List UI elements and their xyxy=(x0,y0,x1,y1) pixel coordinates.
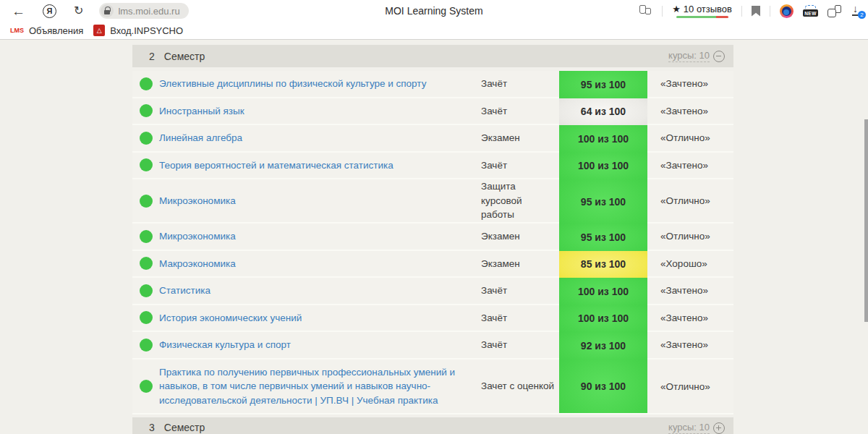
browser-toolbar: ← Я ↻ lms.moi.edu.ru MOI Learning System… xyxy=(0,0,868,22)
downloads-badge: 2 xyxy=(858,11,866,19)
table-row: Микроэкономика Экзамен 95 из 100 «Отличн… xyxy=(132,224,733,251)
score-box: 100 из 100 xyxy=(559,125,647,153)
control-type: Зачёт xyxy=(481,77,559,91)
status-dot xyxy=(140,195,153,208)
control-type: Экзамен xyxy=(481,257,559,271)
status-dot xyxy=(140,380,153,393)
control-type: Зачёт xyxy=(481,284,559,298)
grade-text: «Зачтено» xyxy=(647,106,733,116)
score-box: 100 из 100 xyxy=(559,153,647,180)
status-dot-cell xyxy=(132,195,159,208)
address-bar[interactable]: lms.moi.edu.ru xyxy=(99,3,188,19)
status-dot-cell xyxy=(132,158,159,171)
bookmarks-bar: LMS Объявления △ Вход.INPSYCHO xyxy=(0,22,868,40)
bookmark-item-announcements[interactable]: LMS Объявления xyxy=(10,25,83,36)
status-dot-cell xyxy=(132,284,159,297)
status-dot-cell xyxy=(132,257,159,270)
refresh-icon[interactable]: ↻ xyxy=(74,5,83,17)
course-link[interactable]: Теория вероятностей и математическая ста… xyxy=(159,153,481,179)
reviews-label: 10 отзывов xyxy=(684,4,732,14)
score-box: 90 из 100 xyxy=(559,359,647,414)
control-type: Защита курсовой работы xyxy=(481,179,559,222)
status-dot xyxy=(140,284,153,297)
table-row: Теория вероятностей и математическая ста… xyxy=(132,153,733,180)
bookmark-label: Вход.INPSYCHO xyxy=(110,25,183,36)
back-icon[interactable]: ← xyxy=(12,4,25,18)
table-row: История экономических учений Зачёт 100 и… xyxy=(132,305,733,333)
course-link[interactable]: Статистика xyxy=(159,278,481,304)
score-box: 92 из 100 xyxy=(559,332,647,359)
collapse-icon[interactable] xyxy=(713,51,725,62)
grade-text: «Отлично» xyxy=(647,231,733,242)
status-dot xyxy=(140,257,153,270)
lock-icon[interactable] xyxy=(101,4,114,17)
control-type: Экзамен xyxy=(481,131,559,145)
status-dot-cell xyxy=(132,132,159,145)
control-type: Экзамен xyxy=(481,229,559,244)
site-reviews-widget[interactable]: ★ 10 отзывов xyxy=(672,4,732,18)
status-dot-cell xyxy=(132,339,159,352)
course-link[interactable]: Макроэкономика xyxy=(159,251,481,277)
grade-text: «Зачтено» xyxy=(647,339,733,350)
course-link[interactable]: Микроэкономика xyxy=(159,224,481,250)
scrollbar-thumb[interactable] xyxy=(864,119,868,322)
collections-icon[interactable] xyxy=(639,5,652,17)
semester-number: 2 xyxy=(149,51,155,62)
star-icon: ★ xyxy=(672,4,681,14)
course-link[interactable]: История экономических учений xyxy=(159,305,481,331)
semester-label: Семестр xyxy=(164,51,205,62)
status-dot-cell xyxy=(132,104,159,117)
toolbar-separator xyxy=(770,6,770,17)
bookmark-icon[interactable] xyxy=(752,6,760,17)
grades-table: Элективные дисциплины по физической куль… xyxy=(132,71,733,414)
status-dot-cell xyxy=(132,311,159,324)
yandex-browser-icon[interactable]: Я xyxy=(43,4,56,18)
table-row: Макроэкономика Экзамен 85 из 100 «Хорошо… xyxy=(132,251,733,278)
table-row: Микроэкономика Защита курсовой работы 95… xyxy=(132,179,733,224)
grade-text: «Зачтено» xyxy=(647,312,733,323)
grade-text: «Зачтено» xyxy=(647,160,733,171)
inpsycho-favicon: △ xyxy=(93,25,105,36)
status-dot-cell xyxy=(132,380,159,393)
control-type: Зачет с оценкой xyxy=(481,379,559,393)
grade-text: «Зачтено» xyxy=(647,78,733,89)
table-row: Статистика Зачёт 100 из 100 «Зачтено» xyxy=(132,278,733,305)
score-box: 64 из 100 xyxy=(559,98,647,126)
semester-3-header: 3 Семестр курсы: 10 xyxy=(132,417,733,434)
url-text: lms.moi.edu.ru xyxy=(118,6,179,17)
score-box: 95 из 100 xyxy=(559,179,647,224)
semester-2-header: 2 Семестр курсы: 10 xyxy=(132,45,733,67)
status-dot xyxy=(140,339,153,352)
tab-groups-icon[interactable] xyxy=(827,5,841,17)
whats-new-icon[interactable]: NEW xyxy=(803,5,818,17)
rating-bar xyxy=(676,16,728,18)
control-type: Зачёт xyxy=(481,338,559,352)
course-link[interactable]: Иностранный язык xyxy=(159,98,481,124)
course-link[interactable]: Элективные дисциплины по физической куль… xyxy=(159,71,481,97)
control-type: Зачёт xyxy=(481,158,559,173)
course-link[interactable]: Практика по получению первичных професси… xyxy=(159,359,481,414)
control-type: Зачёт xyxy=(481,104,559,119)
grade-text: «Хорошо» xyxy=(647,258,733,269)
semester-number: 3 xyxy=(149,422,155,433)
downloads-icon[interactable]: ↓ 2 xyxy=(851,4,864,17)
grade-text: «Зачтено» xyxy=(647,285,733,296)
course-link[interactable]: Физическая культура и спорт xyxy=(159,332,481,358)
table-row: Физическая культура и спорт Зачёт 92 из … xyxy=(132,332,733,359)
courses-count-link[interactable]: курсы: 10 xyxy=(668,422,710,434)
toolbar-separator xyxy=(741,6,742,17)
grade-text: «Отлично» xyxy=(647,132,733,143)
score-box: 95 из 100 xyxy=(559,224,647,251)
expand-icon[interactable] xyxy=(713,422,725,434)
extension-icon[interactable] xyxy=(780,4,793,18)
bookmark-item-inpsycho[interactable]: △ Вход.INPSYCHO xyxy=(93,25,183,36)
grade-text: «Отлично» xyxy=(647,195,733,206)
course-link[interactable]: Микроэкономика xyxy=(159,188,481,214)
courses-count-link[interactable]: курсы: 10 xyxy=(668,50,710,62)
status-dot-cell xyxy=(132,230,159,243)
status-dot xyxy=(140,104,153,117)
bookmark-label: Объявления xyxy=(29,25,83,36)
course-link[interactable]: Линейная алгебра xyxy=(159,125,481,151)
status-dot-cell xyxy=(132,77,159,90)
table-row: Иностранный язык Зачёт 64 из 100 «Зачтен… xyxy=(132,98,733,126)
